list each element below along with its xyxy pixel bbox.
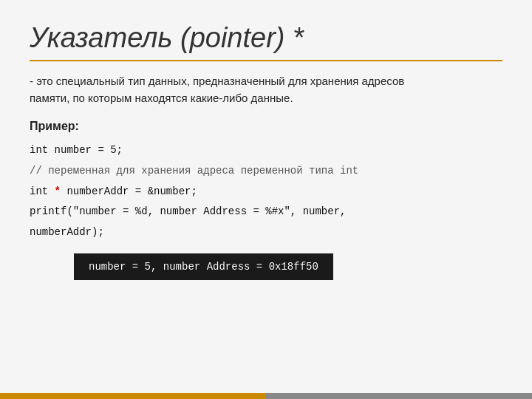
terminal-output: number = 5, number Address = 0x18ff50 bbox=[74, 253, 333, 280]
slide: Указатель (pointer) * - это специальный … bbox=[0, 0, 532, 399]
description-line2: памяти, по которым находятся какие-либо … bbox=[30, 92, 293, 104]
example-label: Пример: bbox=[30, 120, 502, 133]
code-line-5: numberAddr); bbox=[30, 224, 502, 242]
bottom-bar bbox=[0, 393, 532, 399]
description-line1: - это специальный тип данных, предназнач… bbox=[30, 75, 404, 87]
title-underline bbox=[30, 60, 502, 61]
code-line-4: printf("number = %d, number Address = %#… bbox=[30, 203, 502, 221]
code-block: int number = 5; // переменная для хранен… bbox=[30, 142, 502, 242]
code-line-1: int number = 5; bbox=[30, 142, 502, 160]
slide-description: - это специальный тип данных, предназнач… bbox=[30, 73, 502, 106]
slide-title: Указатель (pointer) * bbox=[30, 22, 502, 54]
code-line-2: // переменная для хранения адреса переме… bbox=[30, 163, 502, 180]
terminal-text: number = 5, number Address = 0x18ff50 bbox=[89, 261, 318, 273]
code-line-3: int * numberAddr = &number; bbox=[30, 183, 502, 201]
pointer-asterisk: * bbox=[55, 185, 61, 197]
